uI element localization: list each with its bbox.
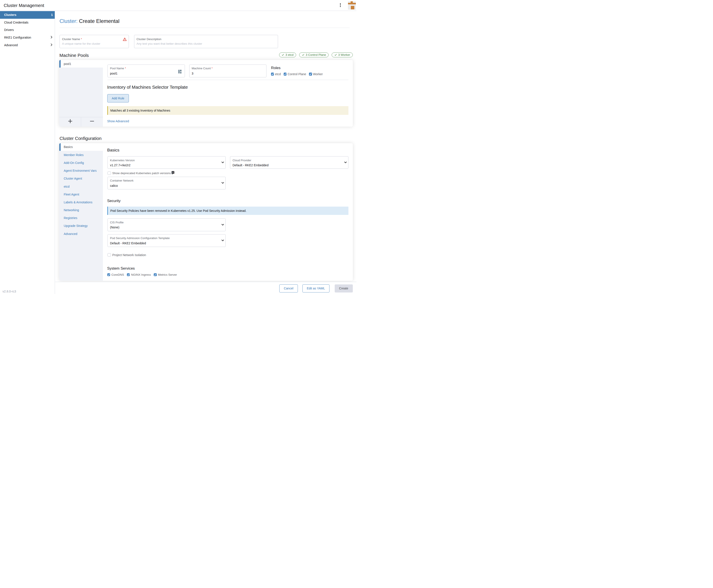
svg-text:i: i bbox=[173, 171, 174, 174]
